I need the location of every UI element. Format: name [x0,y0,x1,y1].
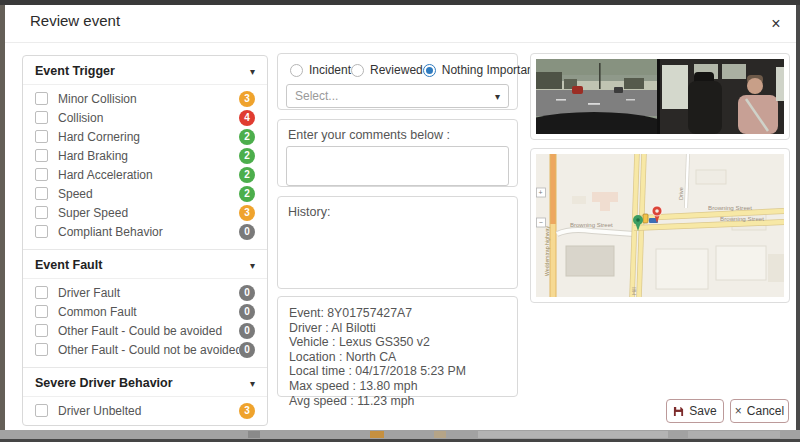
save-floppy-icon [673,406,684,417]
checkbox[interactable] [35,225,48,238]
count-badge: 3 [239,91,255,107]
count-badge: 0 [239,224,255,240]
filter-item[interactable]: Speed2 [23,184,267,203]
save-button[interactable]: Save [666,399,724,423]
event-video-thumbnail[interactable] [530,53,790,140]
radio-reviewed[interactable]: Reviewed [351,63,423,77]
cancel-button[interactable]: × Cancel [730,399,789,423]
filter-item-label: Compliant Behavior [58,225,239,239]
event-details-box: Event: 8Y01757427A7Driver : Al BilottiVe… [277,296,518,397]
status-box: Incident Reviewed Nothing Important Sele… [277,53,518,110]
detail-line: Event: 8Y01757427A7 [289,306,506,321]
checkbox[interactable] [35,168,48,181]
section-header[interactable]: Event Fault▾ [23,250,267,279]
save-button-label: Save [689,404,716,418]
filter-item-label: Common Fault [58,305,239,319]
street-label: Browning Street [570,222,613,228]
radio-label: Nothing Important [442,63,537,77]
section-header[interactable]: Severe Driver Behavior▾ [23,368,267,397]
checkbox[interactable] [35,343,48,356]
street-label: Hill [631,287,637,295]
radio-circle-icon[interactable] [351,64,364,77]
count-badge: 3 [239,205,255,221]
count-badge: 3 [239,403,255,419]
filter-item[interactable]: Hard Braking2 [23,146,267,165]
filter-item-label: Hard Cornering [58,130,239,144]
radio-label: Incident [309,63,351,77]
history-label: History: [278,197,517,223]
checkbox[interactable] [35,149,48,162]
filter-item[interactable]: Minor Collision3 [23,89,267,108]
dashcam-road-and-driver-image [536,59,784,134]
filter-item-label: Collision [58,111,239,125]
radio-circle-icon[interactable] [290,64,303,77]
status-radio-group: Incident Reviewed Nothing Important [278,54,517,81]
dimmed-page-background [0,430,800,439]
chevron-down-icon: ▾ [250,260,255,271]
filter-item[interactable]: Compliant Behavior0 [23,222,267,241]
comments-input[interactable] [286,146,509,186]
filter-item[interactable]: Super Speed3 [23,203,267,222]
count-badge: 0 [239,342,255,358]
checkbox[interactable] [35,92,48,105]
filter-item[interactable]: Driver Fault0 [23,283,267,302]
chevron-down-icon: ▾ [250,66,255,77]
filter-section: Severe Driver Behavior▾Driver Unbelted3 [23,367,267,425]
svg-text:−: − [539,219,543,226]
cancel-button-label: Cancel [747,404,784,418]
radio-nothing-important[interactable]: Nothing Important [423,63,537,77]
filter-item-label: Other Fault - Could not be avoided [58,343,239,357]
count-badge: 2 [239,167,255,183]
checkbox[interactable] [35,324,48,337]
radio-incident[interactable]: Incident [290,63,351,77]
radio-label: Reviewed [370,63,423,77]
checkbox[interactable] [35,187,48,200]
map-image: Browning Street Browning Street Browning… [536,154,784,297]
category-select[interactable]: Select... ▾ [286,84,509,108]
checkbox[interactable] [35,206,48,219]
detail-line: Driver : Al Bilotti [289,321,506,336]
modal-title: Review event [30,12,120,29]
checkbox[interactable] [35,111,48,124]
svg-text:+: + [539,189,543,196]
section-header[interactable]: Event Trigger▾ [23,56,267,85]
street-label: Wedderstrap highway [544,226,550,276]
detail-line: Local time : 04/17/2018 5:23 PM [289,364,506,379]
section-title: Event Trigger [35,64,115,78]
filter-section: Event Trigger▾Minor Collision3Collision4… [23,56,267,246]
close-icon[interactable]: × [764,12,788,36]
filter-item[interactable]: Other Fault - Could not be avoided0 [23,340,267,359]
map-zoom-out-button[interactable]: − [537,218,546,227]
filter-item[interactable]: Common Fault0 [23,302,267,321]
header-divider [5,42,796,43]
filter-item-label: Hard Braking [58,149,239,163]
filter-item-label: Hard Acceleration [58,168,239,182]
count-badge: 0 [239,285,255,301]
count-badge: 0 [239,304,255,320]
checkbox[interactable] [35,305,48,318]
checkbox[interactable] [35,286,48,299]
warning-marker [643,214,648,223]
street-label: Drive [678,187,684,200]
detail-line: Max speed : 13.80 mph [289,379,506,394]
filter-item[interactable]: Hard Cornering2 [23,127,267,146]
count-badge: 2 [239,148,255,164]
count-badge: 2 [239,129,255,145]
filter-item[interactable]: Other Fault - Could be avoided0 [23,321,267,340]
map-zoom-in-button[interactable]: + [537,188,546,197]
filter-item-label: Driver Fault [58,286,239,300]
checkbox[interactable] [35,404,48,417]
select-placeholder: Select... [295,89,338,103]
event-location-map[interactable]: Browning Street Browning Street Browning… [530,148,790,303]
page-edge-right [796,5,800,430]
street-label: Browning Street [708,204,752,211]
filter-section: Event Fault▾Driver Fault0Common Fault0Ot… [23,249,267,364]
filter-item[interactable]: Driver Unbelted3 [23,401,267,420]
filter-item[interactable]: Hard Acceleration2 [23,165,267,184]
checkbox[interactable] [35,130,48,143]
radio-circle-icon[interactable] [423,64,436,77]
filter-item[interactable]: Collision4 [23,108,267,127]
comments-label: Enter your comments below : [278,120,517,146]
count-badge: 0 [239,323,255,339]
checkbox [35,426,48,427]
